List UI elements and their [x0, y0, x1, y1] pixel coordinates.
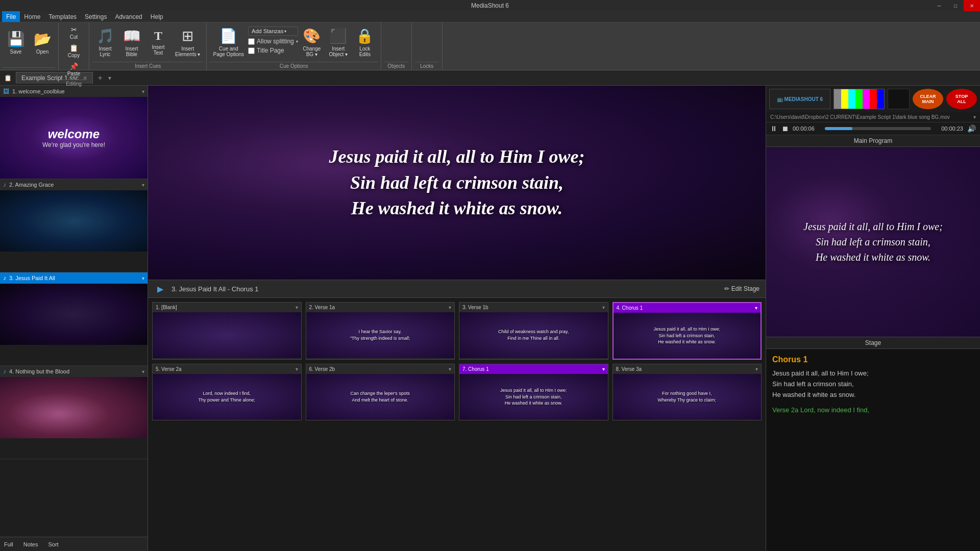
ribbon-group-insert-cues: 🎵 InsertLyric 📖 InsertBible T InsertText… [89, 22, 207, 70]
stop-all-button[interactable]: STOPALL [946, 89, 977, 109]
app-title: MediaShout 6 [471, 2, 509, 9]
title-page-checkbox[interactable]: Title Page [248, 47, 298, 54]
storyboard-item-5-chevron: ▾ [296, 366, 298, 372]
storyboard-item-4-chevron: ▾ [755, 305, 757, 311]
lock-edits-icon: 🔒 [356, 28, 374, 44]
storyboard-item-5-label: 5. Verse 2a ▾ [153, 364, 301, 374]
storyboard-item-6[interactable]: 6. Verse 2b ▾ Can change the leper's spo… [306, 364, 455, 420]
storyboard-item-6-label: 6. Verse 2b ▾ [306, 364, 455, 374]
cut-button[interactable]: ✂ Cut [65, 24, 83, 42]
paste-button[interactable]: 📌 Paste [65, 61, 83, 79]
storyboard-item-1[interactable]: 1. [Blank] ▾ [152, 302, 302, 360]
menu-advanced[interactable]: Advanced [111, 11, 146, 22]
script-item-4-header[interactable]: ♪ 4. Nothing but the Blood ▾ [0, 366, 148, 377]
file-path-dropdown[interactable]: ▾ [973, 114, 976, 120]
footer-notes[interactable]: Notes [23, 541, 38, 547]
lock-edits-button[interactable]: 🔒 LockEdits [352, 24, 378, 60]
storyboard-item-7-label: 7. Chorus 1 ▾ [459, 364, 608, 374]
insert-text-button[interactable]: T InsertText [145, 24, 171, 60]
volume-button[interactable]: 🔊 [967, 124, 976, 133]
script-item-3[interactable]: ♪ 3. Jesus Paid It All ▾ [0, 272, 148, 366]
script-item-1[interactable]: 🖼 1. welcome_coolblue ▾ welcome We're gl… [0, 86, 148, 179]
main-program-preview: Jesus paid it all, all to Him I owe; Sin… [766, 147, 980, 337]
storyboard-item-2[interactable]: 2. Verse 1a ▾ I hear the Savior say,"Thy… [306, 302, 455, 360]
script-item-2-header[interactable]: ♪ 2. Amazing Grace ▾ [0, 179, 148, 190]
copy-button[interactable]: 📋 Copy [65, 43, 83, 60]
script-item-2-chevron: ▾ [142, 182, 144, 188]
storyboard-item-2-chevron: ▾ [449, 305, 451, 310]
stage-info: Chorus 1 Jesus paid it all, all to Him I… [766, 349, 980, 551]
storyboard-item-2-preview: I hear the Savior say,"Thy strength inde… [306, 312, 455, 358]
stage-label: Stage [766, 337, 980, 349]
edit-stage-label: Edit Stage [731, 285, 760, 292]
menu-file[interactable]: File [2, 11, 20, 22]
insert-elements-button[interactable]: ⊞ InsertElements ▾ [172, 24, 203, 60]
storyboard-item-3-label: 3. Verse 1b ▾ [459, 303, 608, 312]
insert-object-icon: ⬛ [329, 28, 347, 44]
clear-main-button[interactable]: CLEARMAIN [913, 89, 943, 109]
stage-section-title: Chorus 1 [772, 355, 974, 364]
storyboard-item-5-text: Lord, now indeed I find,Thy power and Th… [197, 388, 257, 405]
play-button[interactable]: ▶ [154, 283, 166, 295]
title-bar: MediaShout 6 ─ □ ✕ [0, 0, 980, 11]
main-program-line3: He washed it white as snow. [816, 252, 930, 263]
ribbon-group-objects: Objects [381, 22, 412, 70]
storyboard-item-3[interactable]: 3. Verse 1b ▾ Child of weakness watch an… [459, 302, 608, 360]
mediashout-logo: 📺 MEDIASHOUT 6 [769, 89, 830, 109]
cue-page-options-button[interactable]: 📄 Cue andPage Options [210, 24, 247, 60]
change-bg-button[interactable]: 🎨 ChangeBG ▾ [299, 24, 325, 60]
progress-bar[interactable] [825, 127, 931, 130]
insert-object-button[interactable]: ⬛ InsertObject ▾ [326, 24, 351, 60]
title-page-input[interactable] [248, 47, 255, 54]
menu-settings[interactable]: Settings [81, 11, 111, 22]
dropdown-icon: ▾ [284, 29, 286, 34]
insert-lyric-button[interactable]: 🎵 InsertLyric [92, 24, 118, 60]
cue-label: 3. Jesus Paid It All - Chorus 1 [172, 285, 724, 293]
storyboard-item-7[interactable]: 7. Chorus 1 ▾ Jesus paid it all, all to … [459, 364, 608, 420]
pause-button[interactable]: ⏸ [770, 124, 777, 133]
ribbon-group-locks: Locks [412, 22, 443, 70]
script-item-4-thumbnail [0, 377, 148, 459]
storyboard-item-2-label: 2. Verse 1a ▾ [306, 303, 455, 312]
cue-bar: ▶ 3. Jesus Paid It All - Chorus 1 ✏ Edit… [148, 280, 766, 298]
maximize-button[interactable]: □ [947, 0, 964, 11]
storyboard-item-8[interactable]: 8. Verse 3a ▾ For nothing good have I,Wh… [612, 364, 762, 420]
script-item-4[interactable]: ♪ 4. Nothing but the Blood ▾ [0, 366, 148, 459]
storyboard-item-5[interactable]: 5. Verse 2a ▾ Lord, now indeed I find,Th… [152, 364, 302, 420]
footer-sort[interactable]: Sort [48, 541, 58, 547]
allow-splitting-checkbox[interactable]: Allow splitting ▾ [248, 38, 298, 45]
cut-icon: ✂ [71, 26, 77, 33]
left-panel: 🖼 1. welcome_coolblue ▾ welcome We're gl… [0, 86, 148, 551]
footer-full[interactable]: Full [4, 541, 13, 547]
edit-stage-button[interactable]: ✏ Edit Stage [724, 285, 760, 292]
menu-home[interactable]: Home [20, 11, 44, 22]
insert-text-icon: T [154, 29, 162, 43]
add-stanzas-button[interactable]: Add Stanzas ▾ [248, 27, 298, 36]
script-item-3-header[interactable]: ♪ 3. Jesus Paid It All ▾ [0, 272, 148, 284]
insert-bible-button[interactable]: 📖 InsertBible [119, 24, 144, 60]
mediashout-logo-text: 📺 MEDIASHOUT 6 [777, 96, 823, 102]
minimize-button[interactable]: ─ [931, 0, 947, 11]
allow-splitting-input[interactable] [248, 38, 255, 45]
tab-more-button[interactable]: ▾ [108, 74, 111, 82]
close-button[interactable]: ✕ [964, 0, 980, 11]
script-list: 🖼 1. welcome_coolblue ▾ welcome We're gl… [0, 86, 148, 537]
storyboard-grid: 1. [Blank] ▾ 2. Verse 1a ▾ I hear the Sa… [152, 302, 762, 420]
welcome-text: welcome We're glad you're here! [42, 127, 105, 148]
preview-line3: He washed it white as snow. [351, 198, 563, 218]
open-icon: 📂 [34, 31, 52, 47]
menu-help[interactable]: Help [146, 11, 167, 22]
stop-button[interactable]: ⏹ [781, 124, 789, 133]
script-item-4-label: 4. Nothing but the Blood [9, 368, 69, 374]
edit-pencil-icon: ✏ [724, 285, 729, 292]
storyboard-item-6-preview: Can change the leper's spotsAnd melt the… [306, 374, 455, 420]
menu-templates[interactable]: Templates [44, 11, 81, 22]
open-button[interactable]: 📂 Open [30, 24, 55, 60]
storyboard-item-7-chevron: ▾ [602, 366, 605, 372]
script-item-1-chevron: ▾ [142, 89, 144, 94]
tab-add-button[interactable]: + [94, 72, 106, 84]
script-item-2[interactable]: ♪ 2. Amazing Grace ▾ [0, 179, 148, 272]
color-bar-cyan [848, 89, 855, 109]
storyboard-item-4[interactable]: 4. Chorus 1 ▾ Jesus paid it all, all to … [612, 302, 762, 360]
save-button[interactable]: 💾 Save [3, 24, 29, 60]
